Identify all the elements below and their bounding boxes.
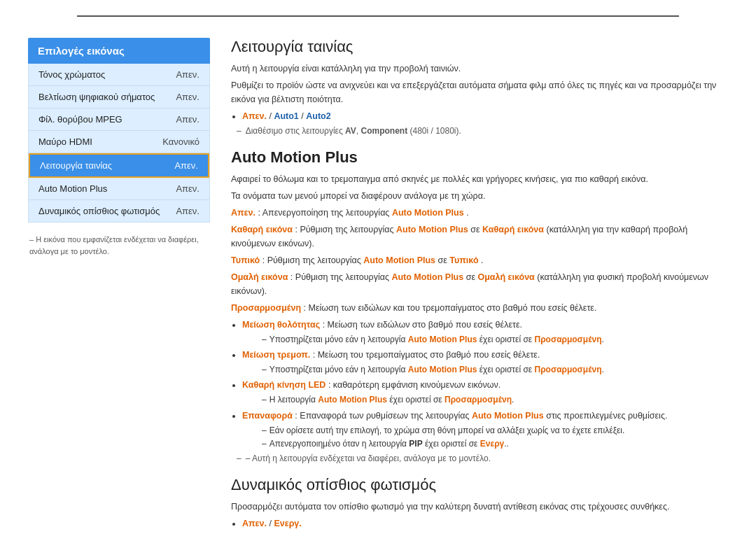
- amp-bullet-tremop: Μείωση τρεμοπ. : Μείωση του τρεμοπαίγματ…: [242, 348, 728, 377]
- sidebar-note: – Η εικόνα που εμφανίζεται ενδέχεται να …: [28, 234, 210, 257]
- amp-tremop-sub-wrap: Υποστηρίζεται μόνο εάν η λειτουργία Auto…: [262, 363, 728, 377]
- amp-pros-label: Προσαρμοσμένη: [231, 303, 301, 313]
- amp-apen-ref: Auto Motion Plus: [392, 208, 464, 218]
- sidebar-item-label: Auto Motion Plus: [38, 183, 107, 194]
- section-dynamic: Δυναμικός οπίσθιος φωτισμός Προσαρμόζει …: [231, 476, 728, 534]
- amp-bullet-led: Καθαρή κίνηση LED : καθαρότερη εμφάνιση …: [242, 378, 728, 407]
- sidebar-title: Επιλογές εικόνας: [28, 38, 210, 64]
- dynamic-p1: Προσαρμόζει αυτόματα τον οπίσθιο φωτισμό…: [231, 500, 728, 514]
- amp-epanafora-label: Επαναφορά: [242, 411, 293, 421]
- amp-tholothta-text: : Μείωση των ειδώλων στο βαθμό που εσείς…: [323, 320, 522, 330]
- sidebar-item-mavro[interactable]: Μαύρο HDMI Κανονικό: [29, 131, 209, 153]
- movie-bullet-item: Απεν. / Auto1 / Auto2: [242, 109, 728, 123]
- amp-tremop-sub: Υποστηρίζεται μόνο εάν η λειτουργία Auto…: [262, 363, 728, 377]
- main-layout: Επιλογές εικόνας Τόνος χρώματος Απεν. Βε…: [0, 24, 756, 534]
- amp-omali: Ομαλή εικόνα : Ρύθμιση της λειτουργίας A…: [231, 270, 728, 298]
- dynamic-apen: Απεν.: [242, 519, 267, 528]
- sidebar-item-fil[interactable]: Φίλ. θορύβου MPEG Απεν.: [29, 108, 209, 131]
- section-movie-title: Λειτουργία ταινίας: [231, 38, 728, 56]
- movie-p2: Ρυθμίζει το προϊόν ώστε να ανιχνεύει και…: [231, 78, 728, 106]
- amp-typiko-text1: : Ρύθμιση της λειτουργίας: [262, 255, 364, 265]
- dynamic-bullet-list: Απεν. / Ενεργ.: [242, 517, 728, 531]
- sidebar-item-dynamic[interactable]: Δυναμικός οπίσθιος φωτισμός Απεν.: [29, 200, 209, 222]
- amp-epanafora-ref: Auto Motion Plus: [472, 411, 544, 421]
- amp-apen-text: : Απενεργοποίηση της λειτουργίας: [258, 208, 391, 218]
- amp-led-sub-wrap: Η λειτουργία Auto Motion Plus έχει οριστ…: [262, 393, 728, 407]
- amp-apen-label: Απεν.: [231, 208, 255, 218]
- amp-led-sub-ref2: Προσαρμοσμένη: [444, 395, 512, 405]
- amp-epanafora-sub-wrap: Εάν ορίσετε αυτή την επιλογή, το χρώμα σ…: [262, 424, 728, 451]
- amp-tholothta-sub: Υποστηρίζεται μόνο εάν η λειτουργία Auto…: [262, 333, 728, 346]
- amp-epanafora-sub2-ref: Ενεργ: [480, 439, 504, 449]
- amp-omali-ref1: Auto Motion Plus: [391, 272, 463, 282]
- movie-p1: Αυτή η λειτουργία είναι κατάλληλη για τη…: [231, 62, 728, 76]
- amp-tremop-sub-ref1: Auto Motion Plus: [408, 365, 477, 374]
- amp-omali-label: Ομαλή εικόνα: [231, 272, 288, 282]
- amp-omali-text2: σε: [466, 272, 478, 282]
- amp-tholothta-sub-wrap: Υποστηρίζεται μόνο εάν η λειτουργία Auto…: [262, 333, 728, 346]
- amp-tremop-text: : Μείωση του τρεμοπαίγματος στο βαθμό πο…: [313, 350, 540, 360]
- sidebar: Επιλογές εικόνας Τόνος χρώματος Απεν. Βε…: [28, 38, 210, 534]
- amp-epanafora-sub2: Απενεργοποιημένο όταν η λειτουργία PIP έ…: [262, 437, 728, 451]
- amp-tholothta-sub-ref1: Auto Motion Plus: [408, 335, 477, 344]
- section-movie: Λειτουργία ταινίας Αυτή η λειτουργία είν…: [231, 38, 728, 136]
- sidebar-item-amp[interactable]: Auto Motion Plus Απεν.: [29, 178, 209, 200]
- sidebar-item-value: Απεν.: [176, 92, 200, 102]
- sidebar-item-value: Κανονικό: [162, 136, 200, 147]
- amp-p2: Τα ονόματα των μενού μπορεί να διαφέρουν…: [231, 189, 728, 203]
- movie-apen: Απεν.: [242, 111, 267, 121]
- amp-kathari-ref2: Καθαρή εικόνα: [482, 225, 544, 234]
- amp-typiko-ref1: Auto Motion Plus: [363, 255, 435, 265]
- sidebar-menu: Τόνος χρώματος Απεν. Βελτίωση ψηφιακού σ…: [28, 64, 210, 223]
- movie-dash-note: Διαθέσιμο στις λειτουργίες AV, Component…: [237, 126, 728, 136]
- sidebar-item-value: Απεν.: [176, 183, 200, 194]
- movie-auto1: Auto1: [274, 111, 298, 121]
- amp-led-sub-text: Η λειτουργία Auto Motion Plus έχει οριστ…: [270, 393, 514, 407]
- sidebar-item-value: Απεν.: [174, 160, 198, 171]
- amp-typiko-text2: σε: [438, 255, 450, 265]
- amp-epanafora-sub2-text: Απενεργοποιημένο όταν η λειτουργία PIP έ…: [270, 437, 509, 451]
- movie-bullet-list: Απεν. / Auto1 / Auto2: [242, 109, 728, 123]
- dynamic-energ: Ενεργ.: [274, 519, 301, 528]
- amp-omali-ref2: Ομαλή εικόνα: [477, 272, 534, 282]
- movie-auto2: Auto2: [306, 111, 330, 121]
- amp-tholothta-sub-ref2: Προσαρμοσμένη: [535, 335, 602, 344]
- top-bar: [77, 13, 679, 17]
- amp-pros: Προσαρμοσμένη : Μείωση των ειδώλων και τ…: [231, 301, 728, 315]
- section-amp-title: Auto Motion Plus: [231, 148, 728, 167]
- amp-epanafora-sub1: Εάν ορίσετε αυτή την επιλογή, το χρώμα σ…: [262, 424, 728, 437]
- amp-bullet-tholothta: Μείωση θολότητας : Μείωση των ειδώλων στ…: [242, 318, 728, 346]
- amp-pros-text: : Μείωση των ειδώλων και του τρεμοπαίγμα…: [304, 303, 597, 313]
- amp-p1: Αφαιρεί το θόλωμα και το τρεμοπαιγμα από…: [231, 172, 728, 186]
- amp-epanafora-text: : Επαναφορά των ρυθμίσεων της λειτουργία…: [295, 411, 667, 421]
- amp-kathari-text1: : Ρύθμιση της λειτουργίας: [295, 225, 396, 234]
- amp-tholothta-label: Μείωση θολότητας: [242, 320, 320, 330]
- amp-tholothta-sub-text: Υποστηρίζεται μόνο εάν η λειτουργία Auto…: [270, 333, 604, 346]
- movie-dash-text: Διαθέσιμο στις λειτουργίες AV, Component…: [246, 126, 461, 136]
- section-amp: Auto Motion Plus Αφαιρεί το θόλωμα και τ…: [231, 148, 728, 463]
- sidebar-item-leitoyrgia[interactable]: Λειτουργία ταινίας Απεν.: [29, 153, 209, 178]
- section-dynamic-title: Δυναμικός οπίσθιος φωτισμός: [231, 476, 728, 494]
- sidebar-item-label: Τόνος χρώματος: [38, 69, 105, 80]
- amp-bullet-epanafora: Επαναφορά : Επαναφορά των ρυθμίσεων της …: [242, 409, 728, 451]
- amp-apen-dot: .: [466, 208, 468, 218]
- amp-tremop-sub-ref2: Προσαρμοσμένη: [535, 365, 602, 374]
- sidebar-item-value: Απεν.: [176, 206, 200, 216]
- amp-led-sub-ref1: Auto Motion Plus: [318, 395, 387, 405]
- amp-kathari: Καθαρή εικόνα : Ρύθμιση της λειτουργίας …: [231, 223, 728, 251]
- amp-omali-text1: : Ρύθμιση της λειτουργίας: [290, 272, 392, 282]
- amp-typiko-dot: .: [481, 255, 483, 265]
- amp-apen: Απεν. : Απενεργοποίηση της λειτουργίας A…: [231, 206, 728, 220]
- amp-epanafora-sub1-text: Εάν ορίσετε αυτή την επιλογή, το χρώμα σ…: [270, 424, 625, 437]
- amp-kathari-ref1: Auto Motion Plus: [396, 225, 468, 234]
- amp-typiko-label: Τυπικό: [231, 255, 260, 265]
- sidebar-item-tonos[interactable]: Τόνος χρώματος Απεν.: [29, 64, 209, 86]
- sidebar-item-value: Απεν.: [176, 114, 200, 125]
- sidebar-item-label: Φίλ. θορύβου MPEG: [38, 114, 122, 125]
- amp-tremop-sub-text: Υποστηρίζεται μόνο εάν η λειτουργία Auto…: [270, 363, 604, 377]
- sidebar-item-veltiwsi[interactable]: Βελτίωση ψηφιακού σήματος Απεν.: [29, 86, 209, 108]
- amp-typiko-ref2: Τυπικό: [449, 255, 478, 265]
- sidebar-item-label: Μαύρο HDMI: [38, 136, 92, 147]
- amp-tremop-label: Μείωση τρεμοπ.: [242, 350, 310, 360]
- sidebar-item-label: Βελτίωση ψηφιακού σήματος: [38, 92, 155, 102]
